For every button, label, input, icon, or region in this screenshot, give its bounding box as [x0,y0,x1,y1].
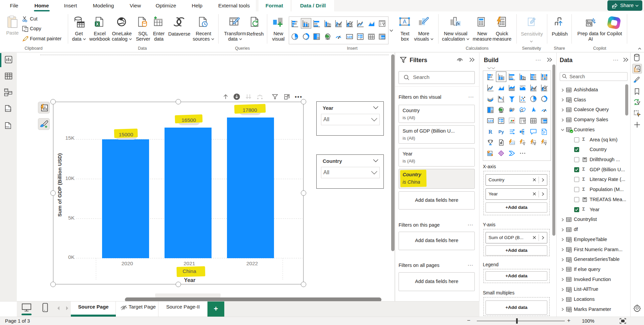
svg-text:DAX: DAX [5,109,9,111]
svg-text:X: X [96,22,99,27]
svg-text:123: 123 [347,35,352,39]
svg-text:A: A [403,19,407,25]
svg-text:fx: fx [456,21,460,26]
svg-text:123: 123 [488,119,493,123]
svg-text:TMDL: TMDL [5,126,10,128]
svg-text:R: R [489,129,493,135]
svg-text:Py: Py [498,129,504,134]
